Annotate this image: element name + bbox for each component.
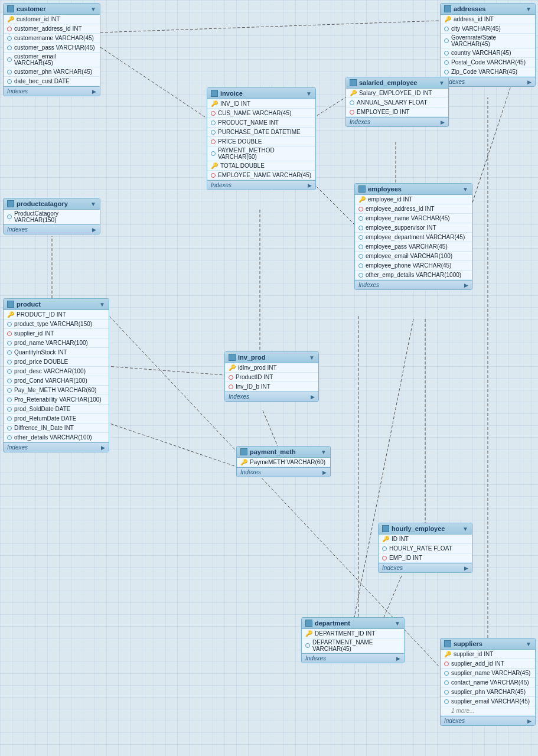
table-row: 🔑 Salary_EMPLOYEE_ID INT xyxy=(346,89,448,98)
table-header-suppliers[interactable]: suppliers ▼ xyxy=(441,638,535,650)
field-text: prod_ReturnDate DATE xyxy=(14,415,76,422)
table-icon-hourly xyxy=(382,525,389,532)
indexes-row-hourly[interactable]: Indexes ▶ xyxy=(379,563,472,572)
table-name-payment-meth: payment_meth xyxy=(250,448,296,455)
table-productcatagory[interactable]: productcatagory ▼ ProductCatagory VARCHA… xyxy=(3,198,100,234)
header-arrow-inv-prod: ▼ xyxy=(309,354,315,361)
table-customer[interactable]: customer ▼ 🔑 customer_id INT customer_ad… xyxy=(3,3,100,96)
indexes-row-productcatagory[interactable]: Indexes ▶ xyxy=(4,224,100,234)
table-header-productcatagory[interactable]: productcatagory ▼ xyxy=(4,198,100,210)
indexes-row-product[interactable]: Indexes ▶ xyxy=(4,442,109,452)
indexes-expand-icon[interactable]: ▶ xyxy=(322,470,327,475)
indexes-expand-icon[interactable]: ▶ xyxy=(92,89,96,94)
table-row: 🔑 PaymeMETH VARCHAR(60) xyxy=(237,458,330,467)
table-addresses[interactable]: addresses ▼ 🔑 address_id INT city VARCHA… xyxy=(440,3,536,87)
field-text: Governrate/State VARCHAR(45) xyxy=(451,34,532,47)
field-icon xyxy=(7,388,12,393)
field-text: PURCHASE_DATE DATETIME xyxy=(218,129,301,135)
table-suppliers[interactable]: suppliers ▼ 🔑 supplier_id INT supplier_a… xyxy=(440,638,536,726)
pk-icon: 🔑 xyxy=(305,630,312,637)
indexes-label: Indexes xyxy=(7,88,28,94)
table-row: supplier_id INT xyxy=(4,329,109,338)
indexes-row-payment-meth[interactable]: Indexes ▶ xyxy=(237,467,330,477)
indexes-expand-icon[interactable]: ▶ xyxy=(441,119,445,125)
table-row: prod_SoldDate DATE xyxy=(4,405,109,414)
indexes-expand-icon[interactable]: ▶ xyxy=(396,656,400,662)
header-arrow-department: ▼ xyxy=(394,620,400,627)
indexes-row-suppliers[interactable]: Indexes ▶ xyxy=(441,716,535,725)
field-text: EMP_ID INT xyxy=(389,555,422,561)
table-header-department[interactable]: department ▼ xyxy=(302,618,404,629)
indexes-label: Indexes xyxy=(358,282,379,288)
field-text: Postal_Code VARCHAR(45) xyxy=(451,59,526,66)
indexes-row-employees[interactable]: Indexes ▶ xyxy=(355,280,472,289)
field-text: supplier_name VARCHAR(45) xyxy=(451,670,530,676)
indexes-expand-icon[interactable]: ▶ xyxy=(92,227,96,233)
field-text: employee_address_id INT xyxy=(366,206,435,212)
indexes-row-customer[interactable]: Indexes ▶ xyxy=(4,86,100,96)
table-header-invoice[interactable]: invoice ▼ xyxy=(207,88,315,99)
field-text: ID INT xyxy=(392,536,409,542)
field-text: employee_department VARCHAR(45) xyxy=(366,234,465,240)
table-row: Postal_Code VARCHAR(45) xyxy=(441,58,535,67)
table-salaried-employee[interactable]: salaried_employee ▼ 🔑 Salary_EMPLOYEE_ID… xyxy=(345,77,449,127)
indexes-expand-icon[interactable]: ▶ xyxy=(527,718,532,724)
pk-icon: 🔑 xyxy=(240,459,247,465)
table-header-hourly[interactable]: hourly_employee ▼ xyxy=(379,523,472,535)
table-row: prod_desc VARCHAR(100) xyxy=(4,367,109,376)
table-icon-product xyxy=(7,301,14,308)
table-department[interactable]: department ▼ 🔑 DEPARTMENT_ID INT DEPARTM… xyxy=(301,617,405,663)
fk-icon xyxy=(211,173,216,178)
table-header-payment-meth[interactable]: payment_meth ▼ xyxy=(237,447,330,458)
table-payment-meth[interactable]: payment_meth ▼ 🔑 PaymeMETH VARCHAR(60) I… xyxy=(236,446,331,477)
table-row: prod_price DOUBLE xyxy=(4,357,109,367)
pk-icon: 🔑 xyxy=(358,196,366,203)
field-text: EMPLOYEE_ID INT xyxy=(357,109,409,115)
field-icon xyxy=(211,151,216,156)
field-text: QuantityInStock INT xyxy=(14,349,67,356)
indexes-row-inv-prod[interactable]: Indexes ▶ xyxy=(225,392,318,401)
field-icon xyxy=(444,70,449,74)
table-product[interactable]: product ▼ 🔑 PRODUCT_ID INT product_type … xyxy=(3,298,109,452)
indexes-expand-icon[interactable]: ▶ xyxy=(464,282,468,288)
table-row: city VARCHAR(45) xyxy=(441,24,535,34)
field-icon xyxy=(7,79,12,84)
indexes-expand-icon[interactable]: ▶ xyxy=(101,445,105,451)
table-employees[interactable]: employees ▼ 🔑 employee_id INT employee_a… xyxy=(354,183,472,290)
table-header-product[interactable]: product ▼ xyxy=(4,299,109,310)
table-row: ProductID INT xyxy=(225,373,318,382)
table-row: customer_pass VARCHAR(45) xyxy=(4,43,100,53)
table-row: supplier_email VARCHAR(45) xyxy=(441,697,535,706)
indexes-row-invoice[interactable]: Indexes ▶ xyxy=(207,180,315,190)
table-header-inv-prod[interactable]: inv_prod ▼ xyxy=(225,352,318,363)
header-arrow-productcatagory: ▼ xyxy=(90,201,96,207)
table-invoice[interactable]: invoice ▼ 🔑 INV_ID INT CUS_NAME VARCHAR(… xyxy=(207,87,316,190)
header-arrow-salaried: ▼ xyxy=(439,80,445,86)
table-hourly-employee[interactable]: hourly_employee ▼ 🔑 ID INT HOURLY_RATE F… xyxy=(378,523,472,573)
table-icon-salaried xyxy=(350,79,357,86)
indexes-row-salaried[interactable]: Indexes ▶ xyxy=(346,117,448,126)
table-header-addresses[interactable]: addresses ▼ xyxy=(441,4,535,15)
field-text: supplier_email VARCHAR(45) xyxy=(451,698,530,705)
table-header-employees[interactable]: employees ▼ xyxy=(355,184,472,195)
field-text: customer_phn VARCHAR(45) xyxy=(14,69,92,75)
field-text: other_emp_details VARCHAR(1000) xyxy=(366,272,461,278)
indexes-expand-icon[interactable]: ▶ xyxy=(527,79,532,85)
indexes-row-addresses[interactable]: Indexes ▶ xyxy=(441,77,535,86)
header-arrow-suppliers: ▼ xyxy=(526,641,532,647)
field-text: customer_email VARCHAR(45) xyxy=(14,53,96,66)
indexes-expand-icon[interactable]: ▶ xyxy=(311,394,315,400)
indexes-expand-icon[interactable]: ▶ xyxy=(308,183,312,188)
indexes-row-department[interactable]: Indexes ▶ xyxy=(302,653,404,663)
table-header-salaried[interactable]: salaried_employee ▼ xyxy=(346,77,448,89)
table-inv-prod[interactable]: inv_prod ▼ 🔑 idInv_prod INT ProductID IN… xyxy=(224,351,319,402)
table-row: 🔑 DEPARTMENT_ID INT xyxy=(302,629,404,638)
indexes-label: Indexes xyxy=(444,718,465,724)
field-icon xyxy=(7,214,12,219)
indexes-expand-icon[interactable]: ▶ xyxy=(464,565,468,571)
table-header-customer[interactable]: customer ▼ xyxy=(4,4,100,15)
table-icon-inv-prod xyxy=(229,354,236,361)
field-icon xyxy=(358,263,363,268)
table-row: 🔑 TOTAL DOUBLE xyxy=(207,161,315,171)
table-name-hourly: hourly_employee xyxy=(392,525,445,532)
